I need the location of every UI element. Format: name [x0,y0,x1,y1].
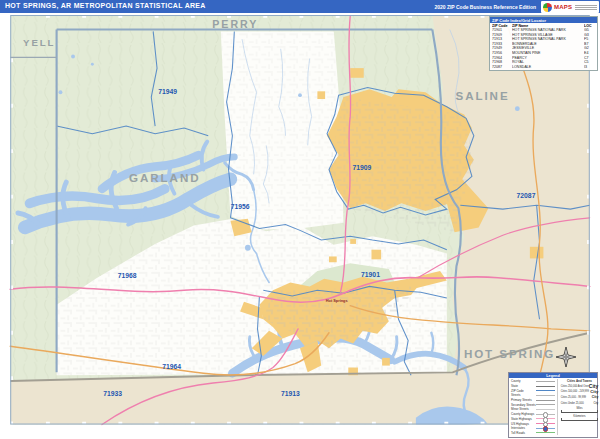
us-highway-sample [536,423,555,424]
county-label-saline: SALINE [456,90,510,102]
zip-index-table[interactable]: ZIP Code Index/Grid Locator ZIP Code ZIP… [489,16,598,71]
logo-brand-text: MAPS [554,4,572,10]
secondary-streets-line-sample [536,404,555,405]
compass-rose-icon [556,347,576,371]
county-label-perry: PERRY [212,18,258,30]
zip-label-71964: 71964 [162,363,181,370]
zip-label-71956: 71956 [231,203,250,210]
minor-streets-line-sample [536,409,555,410]
county-label-yell: YELL [23,37,55,48]
zip-label-71913: 71913 [281,391,300,398]
county-label-garland: GARLAND [129,172,200,184]
city-label-hot-springs: Hot Springs [326,299,348,303]
miles-scale-bar [561,410,599,413]
zip-label-71949: 71949 [158,88,177,95]
county-label-hot-spring: HOT SPRING [464,348,555,360]
toll-road-sample [536,432,555,433]
publisher-logo: MAPS [541,1,599,13]
state-highway-sample [536,418,555,419]
km-scale-bar [561,418,599,421]
zip-label-71901: 71901 [361,271,380,278]
zip-label-71909: 71909 [352,164,371,171]
primary-streets-line-sample [536,400,555,401]
county-line-sample [536,381,555,382]
city-class: Cities Under 25,000City [561,400,599,406]
map-legend[interactable]: Legend County State ZIP Code Streets Pri… [508,372,598,438]
county-highway-sample [536,414,555,415]
globe-logo-icon [543,3,552,12]
zip-line-sample [536,390,555,391]
zip-label-71933: 71933 [103,390,122,397]
zip-code-wall-map: { "header": { "title": "HOT SPRINGS, AR … [0,0,600,439]
legend-item: Toll Roads [511,431,555,436]
edition-label: 2020 ZIP Code Business Reference Edition [434,4,536,10]
index-row: 72087 [492,65,512,70]
interstate-sample [536,428,555,429]
zip-label-71968: 71968 [118,272,137,279]
streets-line-sample [536,395,555,396]
map-title: HOT SPRINGS, AR METROPOLITAN STATISTICAL… [5,2,206,9]
zip-label-72087: 72087 [517,193,536,200]
logo-fine-print [575,4,597,11]
state-line-sample [536,386,555,387]
title-bar: HOT SPRINGS, AR METROPOLITAN STATISTICAL… [0,0,600,13]
